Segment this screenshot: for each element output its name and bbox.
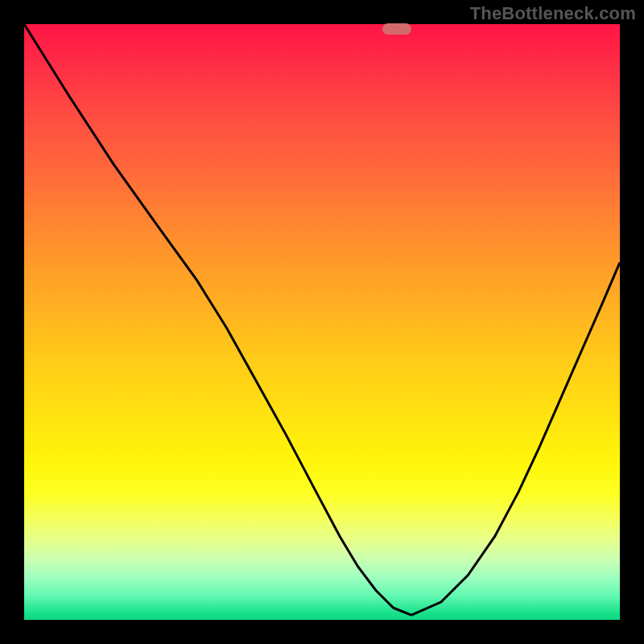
plot-area [24,24,620,620]
curve-left-descent [24,24,411,615]
chart-frame: TheBottleneck.com [0,0,644,644]
bottleneck-marker [382,23,411,35]
curve-right-ascent [411,262,620,615]
curves-svg [24,24,620,620]
watermark-text: TheBottleneck.com [470,3,636,24]
